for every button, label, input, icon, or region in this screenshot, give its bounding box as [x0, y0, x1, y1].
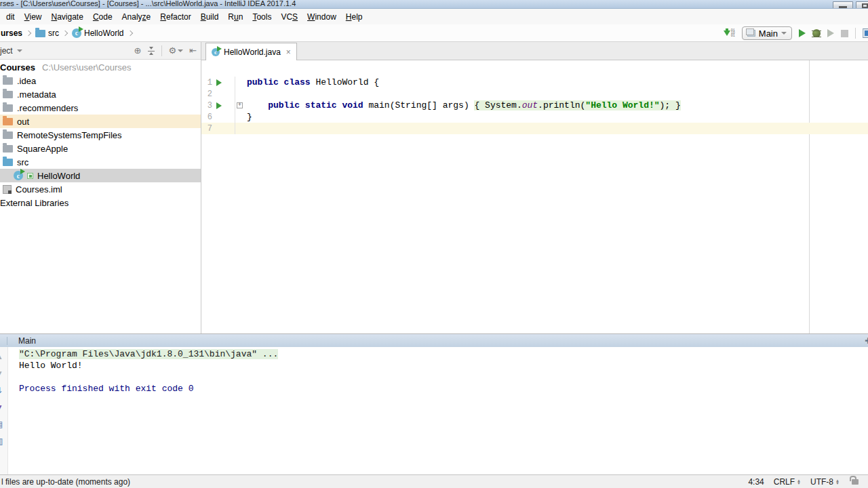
project-panel-title: ject: [0, 46, 13, 56]
breadcrumb: ursessrccHelloWorld: [0, 24, 136, 41]
tree-item-remotesystemstempfiles[interactable]: RemoteSystemsTempFiles: [0, 128, 201, 142]
minimize-icon: [839, 6, 847, 8]
gear-icon[interactable]: ✚: [865, 336, 868, 346]
run-button[interactable]: [799, 29, 806, 37]
menu-view[interactable]: View: [20, 10, 47, 24]
debug-button[interactable]: [812, 29, 821, 37]
print-icon[interactable]: ▤: [0, 420, 3, 428]
menu-analyze[interactable]: Analyze: [117, 10, 156, 24]
code-line-7[interactable]: 7: [201, 123, 868, 134]
menu-build[interactable]: Build: [196, 10, 224, 24]
tree-item-src[interactable]: src: [0, 155, 201, 169]
menu-tools[interactable]: Tools: [248, 10, 276, 24]
gutter: 2: [201, 88, 235, 100]
tree-item--idea[interactable]: .idea: [0, 74, 201, 87]
run-toolbar: 011001 Main: [724, 24, 868, 42]
code-line-3[interactable]: 3+ public static void main(String[] args…: [201, 100, 868, 111]
project-tree: CoursesC:\Users\user\Courses.idea.metada…: [0, 60, 201, 333]
line-number: 3: [201, 101, 212, 110]
project-view-selector[interactable]: ject: [0, 46, 22, 56]
run-line-icon[interactable]: [216, 79, 222, 86]
menu-refactor[interactable]: Refactor: [155, 10, 195, 24]
java-class-icon: c: [14, 171, 23, 180]
tree-item-external-libraries[interactable]: External Libraries: [0, 196, 201, 209]
gutter: 1: [201, 77, 235, 88]
tree-item--metadata[interactable]: .metadata: [0, 87, 201, 101]
next-occurrence-icon[interactable]: ▼: [0, 369, 3, 378]
code-text: public static void main(String[] args) {…: [244, 100, 681, 110]
console-output[interactable]: "C:\Program Files\Java\jdk1.8.0_131\bin\…: [8, 347, 868, 474]
tree-item-squareapple[interactable]: SquareApple: [0, 142, 201, 155]
tree-item-helloworld[interactable]: cHelloWorld: [0, 169, 201, 182]
project-tool-window: ject ⊕ ⚙ ⇤ CoursesC:\Users\user\Courses.…: [0, 42, 201, 333]
menu-dit[interactable]: dit: [1, 10, 20, 24]
run-marker-icon: [27, 173, 33, 179]
prev-occurrence-icon[interactable]: ▲: [0, 352, 3, 361]
tree-item-label: out: [17, 117, 29, 127]
restart-icon[interactable]: ⇅: [0, 386, 2, 394]
tree-item-label: .metadata: [17, 89, 56, 100]
folder-icon: [3, 77, 13, 85]
main-area: ject ⊕ ⚙ ⇤ CoursesC:\Users\user\Courses.…: [0, 42, 868, 333]
breadcrumb-item-urses[interactable]: urses: [0, 28, 23, 38]
code-line-2[interactable]: 2: [201, 88, 868, 100]
breadcrumb-item-helloworld[interactable]: cHelloWorld: [71, 28, 124, 38]
line-ending-widget[interactable]: CRLF ▲▼: [774, 477, 801, 487]
editor-tab-helloworld[interactable]: c HelloWorld.java ×: [205, 43, 297, 60]
toolbar-separator: [855, 28, 856, 39]
gutter: 6: [201, 111, 235, 123]
breadcrumb-item-src[interactable]: src: [35, 28, 60, 38]
clipboard-icon[interactable]: [863, 28, 868, 38]
maximize-icon: [862, 3, 868, 8]
run-with-coverage-button[interactable]: [827, 29, 834, 37]
folder-icon: [3, 104, 13, 112]
caret-position-widget[interactable]: 4:34: [748, 477, 764, 487]
tree-item-label: SquareApple: [17, 144, 68, 154]
menu-help[interactable]: Help: [341, 10, 368, 24]
expand-fold-icon[interactable]: +: [237, 102, 243, 108]
locate-file-icon[interactable]: ⊕: [134, 46, 142, 55]
menu-vcs[interactable]: VCS: [276, 10, 302, 24]
menu-code[interactable]: Code: [88, 10, 117, 24]
scroll-down-icon[interactable]: ▼: [0, 403, 3, 411]
status-message: l files are up-to-date (moments ago): [0, 477, 130, 487]
title-bar[interactable]: rses - [C:\Users\user\Courses] - [Course…: [0, 0, 868, 9]
tree-item-out[interactable]: out: [0, 115, 201, 128]
console-toolbar: ▲ ▼ ⇅ ▼ ▤ ▥: [0, 347, 8, 474]
menu-window[interactable]: Window: [302, 10, 341, 24]
code-line-1[interactable]: 1public class HelloWorld {: [201, 77, 868, 88]
minimize-button[interactable]: [833, 1, 853, 9]
tree-item-courses-iml[interactable]: Courses.iml: [0, 182, 201, 196]
folder-icon: [3, 131, 13, 139]
close-icon[interactable]: ×: [286, 47, 291, 57]
project-panel-header: ject ⊕ ⚙ ⇤: [0, 42, 201, 60]
lock-icon[interactable]: [852, 479, 859, 485]
code-editor[interactable]: 1public class HelloWorld {23+ public sta…: [201, 60, 868, 333]
encoding-value: UTF-8: [810, 477, 833, 487]
java-class-icon: c: [212, 48, 220, 56]
encoding-widget[interactable]: UTF-8 ▲▼: [810, 477, 840, 487]
breadcrumb-label: HelloWorld: [84, 28, 123, 38]
run-panel-header[interactable]: Main ✚: [0, 334, 868, 347]
tree-item-label: .idea: [17, 76, 36, 86]
chevron-down-icon: [17, 49, 22, 52]
gutter: 3: [201, 100, 235, 111]
clear-console-icon[interactable]: ▥: [0, 437, 3, 445]
code-line-6[interactable]: 6}: [201, 111, 868, 123]
tree-item-courses[interactable]: CoursesC:\Users\user\Courses: [0, 60, 201, 74]
hide-panel-icon[interactable]: ⇤: [189, 46, 197, 55]
tree-item--recommenders[interactable]: .recommenders: [0, 101, 201, 115]
navigation-bar: ursessrccHelloWorld 011001 Main: [0, 24, 868, 42]
collapse-all-icon[interactable]: [147, 47, 155, 55]
run-configuration-selector[interactable]: Main: [742, 26, 792, 40]
run-line-icon[interactable]: [216, 102, 222, 109]
maximize-button[interactable]: [856, 1, 868, 9]
vcs-update-button[interactable]: 011001: [724, 29, 735, 37]
menu-run[interactable]: Run: [223, 10, 248, 24]
console-line: Hello World!: [19, 361, 868, 372]
settings-button[interactable]: ⚙: [168, 46, 183, 55]
module-file-icon: [3, 185, 12, 194]
chevron-right-icon: [62, 30, 68, 35]
menu-navigate[interactable]: Navigate: [47, 10, 88, 24]
code-text: }: [244, 112, 252, 122]
